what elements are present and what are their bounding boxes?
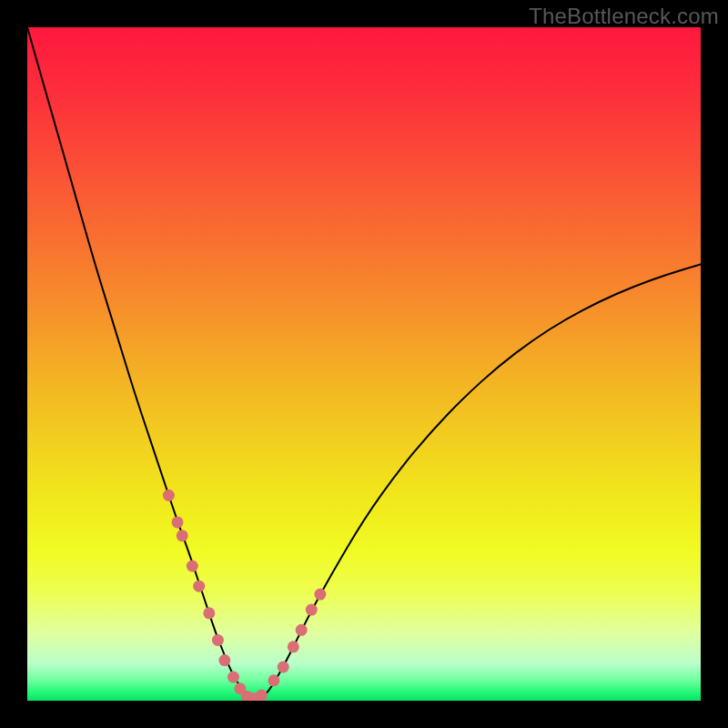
bottleneck-chart [27,27,701,701]
highlight-dot [172,516,184,528]
highlight-dot [218,654,230,666]
highlight-dot [296,624,308,636]
highlight-dot [177,530,188,541]
highlight-dot [163,490,175,501]
highlight-dot [203,607,215,619]
chart-frame: TheBottleneck.com [0,0,728,728]
highlight-dot [268,674,279,686]
highlight-dot [187,561,198,572]
chart-background [27,27,701,701]
highlight-dot [228,672,239,683]
highlight-dot [306,604,318,616]
highlight-dot [314,589,326,601]
highlight-dot [256,690,268,701]
highlight-dot [278,662,289,673]
highlight-dot [212,634,224,646]
highlight-dot [288,641,299,652]
watermark-text: TheBottleneck.com [529,4,719,29]
highlight-dot [193,581,205,592]
